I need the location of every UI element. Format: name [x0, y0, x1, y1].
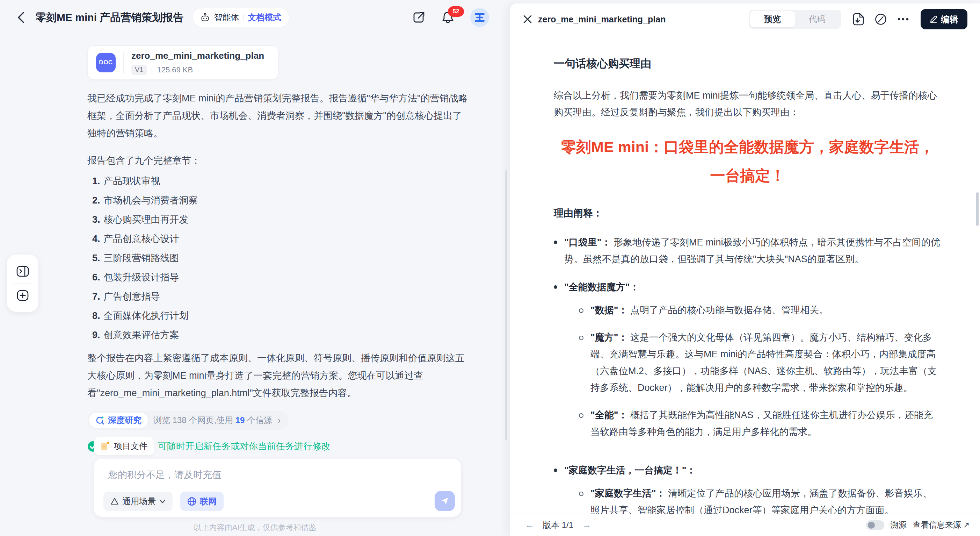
message-input-card: 通用场景 联网: [94, 459, 461, 517]
view-sources-label: 查看信息来源: [913, 520, 961, 530]
pencil-icon: [930, 15, 937, 23]
toggle-knob: [868, 522, 875, 529]
deep-research-badge: 深度研究: [89, 413, 148, 428]
composer-area: 项目文件 通用场景 联网: [94, 437, 461, 517]
new-task-button[interactable]: [13, 286, 32, 305]
more-dots-icon: [897, 18, 909, 21]
chapter-item: 9.创意效果评估方案: [92, 330, 468, 340]
bullet-disc-marker: [554, 469, 557, 472]
assistant-paragraph-2: 报告包含了九个完整章节：: [88, 152, 468, 169]
tab-preview[interactable]: 预览: [750, 11, 795, 27]
bullet-circle-marker: [579, 491, 584, 496]
network-toggle[interactable]: 联网: [180, 491, 224, 511]
assistant-paragraph-1: 我已经成功完成了零刻ME mini的产品营销策划完整报告。报告遵循"华与华方法"…: [88, 89, 468, 142]
tab-code[interactable]: 代码: [795, 11, 840, 27]
network-label: 联网: [200, 496, 216, 507]
chapter-item: 6.包装升级设计指导: [92, 272, 468, 282]
doc-bullet: "全能数据魔方"： "数据"： 点明了产品的核心功能与数据存储、管理相关。"魔方…: [554, 279, 942, 451]
expand-sidebar-button[interactable]: [13, 262, 32, 281]
edit-button[interactable]: 编辑: [921, 9, 967, 29]
badge-divider: [243, 14, 243, 21]
doc-bullet: "口袋里"： 形象地传递了零刻ME mini极致小巧的体积特点，暗示其便携性与不…: [554, 234, 942, 268]
doc-bullet: "家庭数字生活，一台搞定！"： "家庭数字生活"： 清晰定位了产品的核心应用场景…: [554, 462, 942, 514]
bullet-circle-marker: [579, 308, 584, 313]
chapter-item: 3.核心购买理由再开发: [92, 215, 468, 225]
close-panel-button[interactable]: [520, 12, 535, 26]
agent-label: 智能体: [214, 12, 239, 23]
doc-explain-label: 理由阐释：: [554, 207, 942, 220]
send-button[interactable]: [434, 491, 455, 511]
circle-slash-icon: [875, 13, 887, 26]
document-scrollbar[interactable]: [976, 192, 978, 226]
close-icon: [523, 14, 533, 24]
file-size: 125.69 KB: [157, 65, 193, 75]
doc-bullet: "数据"： 点明了产品的核心功能与数据存储、管理相关。: [579, 302, 942, 319]
doc-heading: 一句话核心购买理由: [554, 56, 942, 71]
document-filename: zero_me_mini_marketing_plan: [538, 14, 665, 24]
deep-research-icon: [95, 416, 105, 425]
share-icon: [412, 11, 426, 24]
doc-file-icon: DOC: [96, 53, 116, 72]
chapter-item: 8.全面媒体化执行计划: [92, 311, 468, 321]
chat-scrollbar[interactable]: [505, 170, 507, 440]
more-options-button[interactable]: [896, 11, 911, 27]
toolbar-divider: [14, 283, 31, 284]
deep-research-pill[interactable]: 深度研究 浏览 138 个网页,使用 19 个信源 ›: [88, 411, 289, 430]
doc-bullet-list: "口袋里"： 形象地传递了零刻ME mini极致小巧的体积特点，暗示其便携性与不…: [554, 234, 942, 514]
doc-bullet: "全能"： 概括了其既能作为高性能NAS，又能胜任迷你主机进行办公娱乐，还能充当…: [579, 407, 942, 440]
doc-headline: 零刻ME mini：口袋里的全能数据魔方，家庭数字生活，一台搞定！: [554, 132, 942, 190]
file-card-divider: [123, 52, 124, 73]
app-avatar[interactable]: [470, 8, 489, 27]
project-files-label: 项目文件: [114, 440, 148, 452]
download-icon: [853, 13, 864, 26]
bullet-circle-marker: [579, 413, 584, 418]
file-version-badge: V1: [131, 65, 147, 75]
assistant-paragraph-3: 整个报告在内容上紧密遵循了成本原则、一体化原则、符号原则、播传原则和价值原则这五…: [88, 349, 468, 402]
version-next-button[interactable]: →: [582, 520, 591, 530]
download-button[interactable]: [851, 11, 866, 27]
chapter-list: 1.产品现状审视2.市场机会与消费者洞察3.核心购买理由再开发4.产品创意核心设…: [88, 176, 468, 340]
scene-selector[interactable]: 通用场景: [103, 491, 173, 511]
floating-toolbar: [7, 255, 38, 312]
document-panel: zero_me_mini_marketing_plan 预览 代码: [510, 3, 980, 536]
back-button[interactable]: [14, 11, 28, 24]
document-panel-header: zero_me_mini_marketing_plan 预览 代码: [510, 3, 980, 35]
notifications-button[interactable]: 52: [441, 11, 455, 24]
chapter-item: 7.广告创意指导: [92, 292, 468, 302]
project-files-chip[interactable]: 项目文件: [94, 437, 154, 455]
plus-icon: [17, 290, 29, 301]
file-name: zero_me_mini_marketing_plan: [131, 50, 264, 61]
version-prev-button[interactable]: ←: [525, 520, 534, 530]
trace-toggle[interactable]: [866, 520, 884, 530]
left-header: 零刻ME mini 产品营销策划报告 智能体 文档模式 52: [0, 0, 510, 35]
ai-disclaimer: 以上内容由AI生成，仅供参考和借鉴: [0, 522, 510, 533]
file-card[interactable]: DOC zero_me_mini_marketing_plan V1 125.6…: [88, 45, 278, 80]
globe-icon: [187, 497, 196, 506]
bullet-disc-marker: [554, 285, 557, 289]
annotate-button[interactable]: [873, 11, 888, 27]
robot-icon: [200, 13, 210, 22]
agent-mode-badge[interactable]: 智能体 文档模式: [192, 8, 289, 27]
chapter-item: 2.市场机会与消费者洞察: [92, 195, 468, 205]
share-button[interactable]: [412, 11, 426, 24]
chapter-item: 1.产品现状审视: [92, 176, 468, 186]
deep-research-label: 深度研究: [108, 415, 142, 426]
chat-column: DOC zero_me_mini_marketing_plan V1 125.6…: [88, 45, 468, 452]
doc-mode-label: 文档模式: [248, 12, 281, 23]
version-label: 版本 1/1: [542, 520, 573, 531]
trace-label: 溯源: [891, 520, 907, 530]
message-input[interactable]: [108, 469, 396, 481]
external-link-icon: ↗: [963, 521, 969, 530]
doc-bullet: "家庭数字生活"： 清晰定位了产品的核心应用场景，涵盖了数据备份、影音娱乐、照片…: [579, 485, 942, 514]
doc-bullet: "魔方"： 这是一个强大的文化母体（详见第四章）。魔方小巧、结构精巧、变化多端、…: [579, 329, 942, 396]
view-sources-link[interactable]: 查看信息来源 ↗: [913, 520, 969, 530]
notification-count-badge: 52: [448, 6, 464, 17]
page-title: 零刻ME mini 产品营销策划报告: [36, 11, 183, 25]
bullet-circle-marker: [579, 336, 584, 340]
document-preview: 一句话核心购买理由 综合以上分析，我们需要为零刻ME mini提炼一句能够统领全…: [510, 35, 980, 514]
doc-intro: 综合以上分析，我们需要为零刻ME mini提炼一句能够统领全局、直击人心、易于传…: [554, 87, 942, 121]
edit-label: 编辑: [941, 14, 958, 25]
app-logo-icon: [474, 12, 485, 23]
document-panel-footer: ← 版本 1/1 → 溯源 查看信息来源 ↗: [510, 514, 980, 536]
chevron-right-icon: ›: [278, 415, 281, 426]
